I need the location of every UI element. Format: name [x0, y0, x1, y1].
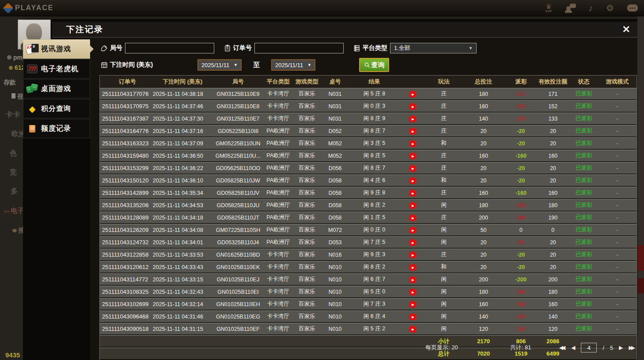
cell-status: 已派彩 [569, 115, 598, 122]
order-no-input[interactable] [254, 43, 344, 53]
cell-table-no: D053 [321, 239, 349, 246]
cell-platform: PA欧洲厅 [264, 164, 292, 172]
table-row[interactable]: 251111043120612 2025-11-11 04:33:43 GN01… [100, 261, 636, 273]
cell-result: 闲 6 庄 7 [349, 276, 400, 283]
table-row[interactable]: 251111043142899 2025-11-11 04:35:34 GD05… [100, 187, 636, 199]
cell-result: 闲 8 庄 9 [349, 115, 400, 122]
cell-result: 闲 8 庄 2 [349, 201, 400, 209]
close-icon[interactable]: ✕ [622, 25, 630, 34]
table-row[interactable]: 251111043126209 2025-11-11 04:34:08 GM07… [100, 224, 636, 236]
table-row[interactable]: 251111043090518 2025-11-11 04:31:15 GN01… [100, 323, 636, 335]
sidebar-item-quota-records[interactable]: 额度记录 [23, 119, 90, 138]
cell-result: 闲 5 庄 2 [349, 325, 400, 333]
cell-bet-time: 2025-11-11 04:33:53 [153, 252, 212, 258]
vip-icon[interactable]: ♛ VIP [545, 3, 552, 13]
table-row[interactable]: 251111043135206 2025-11-11 04:34:53 GD05… [100, 199, 636, 212]
table-row[interactable]: 251111043159480 2025-11-11 04:36:50 GM05… [100, 150, 636, 162]
table-row[interactable]: 251111043096468 2025-11-11 04:31:46 GN01… [100, 311, 636, 323]
order-no-label: 订单号 [233, 44, 252, 52]
table-row[interactable]: 251111043114772 2025-11-11 04:33:15 GN01… [100, 273, 636, 286]
table-row[interactable]: 251111043163323 2025-11-11 04:37:09 GM05… [100, 137, 636, 150]
play-video-icon[interactable]: ▶ [409, 202, 416, 209]
play-video-icon[interactable]: ▶ [409, 215, 416, 221]
platform-type-select[interactable]: 1.全部 ▼ [390, 43, 477, 53]
search-button-label: 查询 [371, 61, 385, 69]
cell-platform: PA欧洲厅 [264, 214, 292, 221]
table-row[interactable]: 251111043102699 2025-11-11 04:32:14 GN01… [100, 298, 636, 311]
sidebar-item-video-games[interactable]: K♥9 视讯游戏 [23, 39, 90, 59]
cell-game-type: 百家乐 [292, 239, 321, 246]
cell-play: 闲 [426, 201, 462, 209]
table-row[interactable]: 251111043124732 2025-11-11 04:34:01 GD05… [100, 236, 636, 249]
play-video-icon[interactable]: ▶ [409, 178, 416, 184]
play-video-icon[interactable]: ▶ [409, 277, 416, 283]
play-video-icon[interactable]: ▶ [409, 289, 416, 296]
settings-gear-icon[interactable]: ⚙ [606, 4, 614, 12]
table-row[interactable]: 251111043128089 2025-11-11 04:34:18 GD05… [100, 212, 636, 224]
date-to-picker[interactable]: 2025/11/11 ▼ [271, 59, 315, 71]
play-video-icon[interactable]: ▶ [409, 165, 416, 172]
sidebar-item-label: 桌面游戏 [41, 84, 71, 94]
cell-video: ▶ [400, 128, 426, 135]
game-no-input[interactable] [125, 43, 214, 53]
cell-valid-bet: 160 [536, 190, 569, 196]
cell-order-no: 251111043090518 [100, 326, 153, 332]
table-row[interactable]: 251111043108325 2025-11-11 04:32:43 GN01… [100, 286, 636, 298]
play-video-icon[interactable]: ▶ [409, 301, 416, 308]
play-video-icon[interactable]: ▶ [409, 314, 416, 320]
cell-game-mode: - [598, 178, 636, 184]
cell-result: 闲 5 庄 0 [349, 288, 400, 296]
cell-bet-time: 2025-11-11 04:37:09 [153, 140, 212, 147]
deposit-label: 存款 [4, 79, 23, 87]
play-video-icon[interactable]: ▶ [409, 190, 416, 197]
table-row[interactable]: 251111043177076 2025-11-11 04:38:18 GN03… [100, 88, 636, 100]
sidebar-item-label: 视讯游戏 [41, 45, 71, 54]
cell-platform: PA欧洲厅 [264, 177, 292, 184]
next-page-button[interactable]: ▶ [619, 345, 623, 351]
cell-platform: PA欧洲厅 [264, 140, 292, 147]
play-video-icon[interactable]: ▶ [409, 128, 416, 135]
play-video-icon[interactable]: ▶ [409, 91, 416, 98]
sidebar-item-slots[interactable]: 777 电子老虎机 [23, 59, 90, 79]
cell-order-no: 251111043170975 [100, 103, 153, 110]
play-video-icon[interactable]: ▶ [409, 326, 416, 333]
search-button[interactable]: 查询 [359, 58, 389, 72]
cell-game-type: 百家乐 [292, 300, 321, 308]
customer-service-icon[interactable] [565, 4, 575, 12]
cell-payout: -20 [506, 264, 537, 270]
sidebar-item-points-query[interactable]: ◆ 积分查询 [23, 99, 90, 118]
cell-bet-time: 2025-11-11 04:36:50 [153, 153, 212, 159]
cell-bet-time: 2025-11-11 04:37:46 [153, 103, 212, 110]
table-row[interactable]: 251111043150120 2025-11-11 04:36:10 GD05… [100, 174, 636, 187]
cell-result: 闲 7 庄 5 [349, 239, 400, 246]
play-video-icon[interactable]: ▶ [409, 103, 416, 110]
table-row[interactable]: 251111043122858 2025-11-11 04:33:53 GN01… [100, 249, 636, 261]
table-row[interactable]: 251111043167387 2025-11-11 04:37:30 GN03… [100, 113, 636, 125]
first-page-button[interactable]: ◀◀ [559, 345, 565, 351]
last-page-button[interactable]: ▶▶ [629, 345, 635, 351]
play-video-icon[interactable]: ▶ [409, 252, 416, 258]
brand-logo[interactable]: PLAYACE [4, 4, 54, 12]
cell-status: 已派彩 [569, 127, 598, 135]
table-row[interactable]: 251111043153299 2025-11-11 04:36:22 GD05… [100, 162, 636, 174]
per-page-label: 每页显示: 20 [425, 344, 458, 352]
play-video-icon[interactable]: ▶ [409, 264, 416, 271]
play-video-icon[interactable]: ▶ [409, 116, 416, 122]
chat-icon[interactable]: ••• [627, 4, 638, 11]
lobby-top-strip [0, 16, 644, 19]
page-number-input[interactable] [581, 343, 597, 352]
prev-page-button[interactable]: ◀ [571, 345, 575, 351]
music-icon[interactable]: ♪ [588, 4, 593, 12]
play-video-icon[interactable]: ▶ [409, 153, 416, 159]
play-video-icon[interactable]: ▶ [409, 239, 416, 246]
date-from-picker[interactable]: 2025/11/11 ▼ [197, 59, 242, 71]
play-video-icon[interactable]: ▶ [409, 140, 416, 147]
search-icon [364, 62, 370, 68]
cell-game-type: 百家乐 [292, 102, 321, 110]
table-row[interactable]: 251111043164776 2025-11-11 04:37:16 GD05… [100, 125, 636, 137]
cell-game-type: 百家乐 [292, 325, 321, 333]
cell-total-bet: 50 [462, 227, 506, 233]
table-row[interactable]: 251111043170975 2025-11-11 04:37:46 GN03… [100, 100, 636, 113]
play-video-icon[interactable]: ▶ [409, 227, 416, 234]
sidebar-item-table-games[interactable]: ◦◦◦◦ 桌面游戏 [23, 79, 90, 99]
